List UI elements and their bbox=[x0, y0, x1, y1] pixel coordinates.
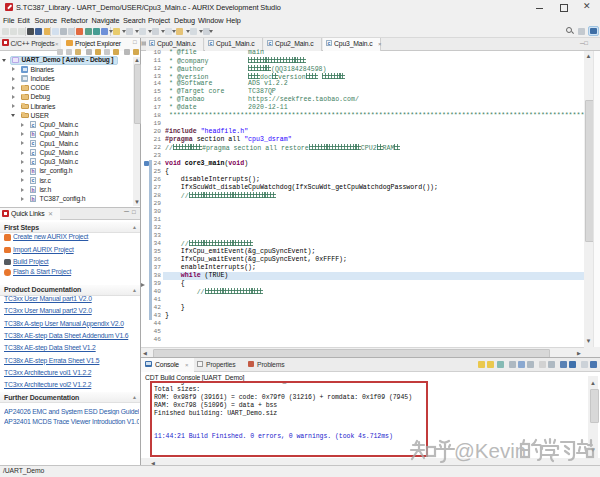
svg-text:@Kevin: @Kevin bbox=[454, 439, 526, 462]
